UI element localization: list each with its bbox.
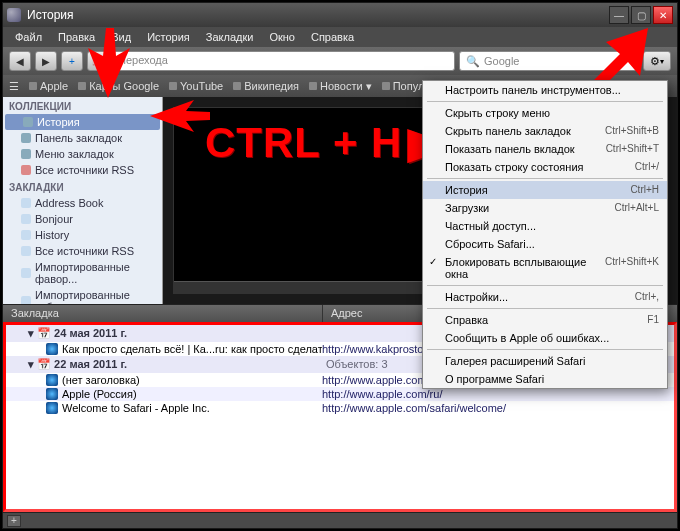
bookmark-item[interactable]: YouTube — [169, 80, 223, 92]
maximize-button[interactable]: ▢ — [631, 6, 651, 24]
sidebar-item[interactable]: Все источники RSS — [3, 243, 162, 259]
menu-item[interactable]: СправкаF1 — [423, 311, 667, 329]
menu-item[interactable]: Настроить панель инструментов... — [423, 81, 667, 99]
gear-icon: ⚙ — [650, 55, 660, 68]
menu-item-shortcut: Ctrl+Alt+L — [615, 202, 659, 214]
menu-item[interactable]: ЗагрузкиCtrl+Alt+L — [423, 199, 667, 217]
bookmark-item[interactable]: Apple — [29, 80, 68, 92]
app-icon — [7, 8, 21, 22]
sidebar-item[interactable]: Импортированные фавор... — [3, 259, 162, 287]
favicon-icon — [46, 402, 58, 414]
menu-item[interactable]: Скрыть панель закладокCtrl+Shift+B — [423, 122, 667, 140]
menu-separator — [427, 178, 663, 179]
history-row[interactable]: Apple (Россия)http://www.apple.com/ru/ — [6, 387, 674, 401]
menu-item-shortcut: Ctrl+Shift+B — [605, 125, 659, 137]
menu-item[interactable]: Сбросить Safari... — [423, 235, 667, 253]
menu-item-shortcut: Ctrl+Shift+K — [605, 256, 659, 280]
menu-item-label: Показать панель вкладок — [445, 143, 575, 155]
settings-dropdown-menu: Настроить панель инструментов...Скрыть с… — [422, 80, 668, 389]
menu-item[interactable]: Скрыть строку меню — [423, 104, 667, 122]
menu-item-shortcut: F1 — [647, 314, 659, 326]
menu-help[interactable]: Справка — [303, 29, 362, 45]
menu-item-shortcut: Ctrl+H — [630, 184, 659, 196]
menu-item-label: Скрыть панель закладок — [445, 125, 571, 137]
menu-item-label: Частный доступ... — [445, 220, 536, 232]
add-button[interactable]: + — [7, 515, 21, 527]
sidebar-item[interactable]: History — [3, 227, 162, 243]
menu-item-label: Скрыть строку меню — [445, 107, 550, 119]
search-placeholder: Google — [484, 55, 519, 67]
menu-item-label: Показать строку состояния — [445, 161, 584, 173]
sidebar-item-history[interactable]: История — [5, 114, 160, 130]
sidebar-item[interactable]: Импортированные избран... — [3, 287, 162, 304]
search-icon: 🔍 — [466, 55, 480, 68]
menu-item[interactable]: Сообщить в Apple об ошибках... — [423, 329, 667, 347]
forward-button[interactable]: ▶ — [35, 51, 57, 71]
menu-item[interactable]: Частный доступ... — [423, 217, 667, 235]
menu-item-label: Справка — [445, 314, 488, 326]
favicon-icon — [46, 374, 58, 386]
history-row-title: Welcome to Safari - Apple Inc. — [62, 402, 210, 414]
menu-item-shortcut: Ctrl+, — [635, 291, 659, 303]
settings-gear-button[interactable]: ⚙▾ — [643, 51, 671, 71]
menu-edit[interactable]: Правка — [50, 29, 103, 45]
menu-item[interactable]: Настройки...Ctrl+, — [423, 288, 667, 306]
check-icon: ✓ — [429, 256, 437, 267]
sidebar-item-bookmarks-bar[interactable]: Панель закладок — [3, 130, 162, 146]
menu-item-shortcut: Ctrl+Shift+T — [606, 143, 659, 155]
menu-item[interactable]: Галерея расширений Safari — [423, 352, 667, 370]
menu-bookmarks[interactable]: Закладки — [198, 29, 262, 45]
menu-item-label: Загрузки — [445, 202, 489, 214]
bookmark-collections-icon[interactable]: ☰ — [9, 80, 19, 93]
menu-item[interactable]: Показать панель вкладокCtrl+Shift+T — [423, 140, 667, 158]
menu-item-label: Сбросить Safari... — [445, 238, 535, 250]
menu-item[interactable]: О программе Safari — [423, 370, 667, 388]
menu-item-label: Настроить панель инструментов... — [445, 84, 621, 96]
menu-window[interactable]: Окно — [261, 29, 303, 45]
menu-item-label: Блокировать всплывающие окна — [445, 256, 605, 280]
address-bar[interactable]: перехода — [113, 51, 455, 71]
menu-item-label: Настройки... — [445, 291, 508, 303]
back-button[interactable]: ◀ — [9, 51, 31, 71]
sidebar: КОЛЛЕКЦИИ История Панель закладок Меню з… — [3, 97, 163, 304]
bookmark-item[interactable]: Википедия — [233, 80, 299, 92]
column-header-bookmark[interactable]: Закладка — [3, 305, 323, 322]
sidebar-item[interactable]: Bonjour — [3, 211, 162, 227]
menu-item[interactable]: ✓Блокировать всплывающие окнаCtrl+Shift+… — [423, 253, 667, 283]
history-row-url: http://www.apple.com/ru/ — [322, 388, 674, 400]
history-row-title: Как просто сделать всё! | Ка...ru: как п… — [62, 343, 322, 355]
sidebar-header-collections: КОЛЛЕКЦИИ — [3, 97, 162, 114]
search-field[interactable]: 🔍 Google — [459, 51, 639, 71]
menu-bar: Файл Правка Вид История Закладки Окно Сп… — [3, 27, 677, 47]
bookmark-item[interactable]: Карты Google — [78, 80, 159, 92]
chevron-down-icon: ▾ — [660, 57, 664, 66]
history-row[interactable]: Welcome to Safari - Apple Inc.http://www… — [6, 401, 674, 415]
history-date-count: Объектов: 3 — [326, 358, 388, 371]
window-title: История — [27, 8, 74, 22]
menu-file[interactable]: Файл — [7, 29, 50, 45]
show-bookmarks-button[interactable]: 📖 — [87, 51, 109, 71]
menu-separator — [427, 285, 663, 286]
toolbar: ◀ ▶ + 📖 перехода 🔍 Google ⚙▾ — [3, 47, 677, 75]
menu-item[interactable]: Показать строку состоянияCtrl+/ — [423, 158, 667, 176]
close-button[interactable]: ✕ — [653, 6, 673, 24]
menu-separator — [427, 349, 663, 350]
menu-item-label: Сообщить в Apple об ошибках... — [445, 332, 609, 344]
history-row-title: (нет заголовка) — [62, 374, 140, 386]
menu-separator — [427, 308, 663, 309]
sidebar-item-bookmarks-menu[interactable]: Меню закладок — [3, 146, 162, 162]
menu-item[interactable]: ИсторияCtrl+H — [423, 181, 667, 199]
menu-history[interactable]: История — [139, 29, 198, 45]
bookmark-item[interactable]: Новости ▾ — [309, 80, 372, 93]
menu-view[interactable]: Вид — [103, 29, 139, 45]
sidebar-item[interactable]: Address Book — [3, 195, 162, 211]
sidebar-item-all-rss[interactable]: Все источники RSS — [3, 162, 162, 178]
status-bar: + — [3, 512, 677, 528]
history-row-url: http://www.apple.com/safari/welcome/ — [322, 402, 674, 414]
menu-separator — [427, 101, 663, 102]
menu-item-label: История — [445, 184, 488, 196]
history-date-label: ▾ 📅 24 мая 2011 г. — [28, 327, 326, 340]
history-date-label: ▾ 📅 22 мая 2011 г. — [28, 358, 326, 371]
add-bookmark-button[interactable]: + — [61, 51, 83, 71]
minimize-button[interactable]: — — [609, 6, 629, 24]
